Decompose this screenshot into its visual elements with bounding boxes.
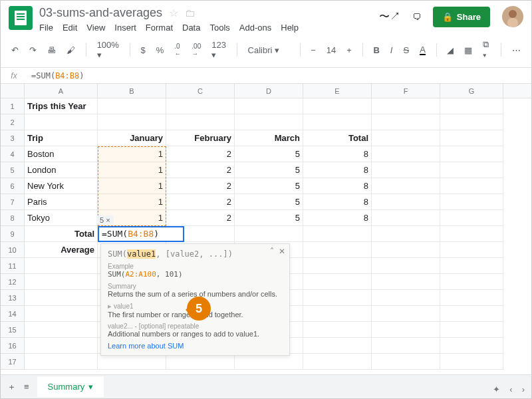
cell-E9[interactable] [303,226,372,242]
cell-A15[interactable] [25,322,98,338]
cell-E7[interactable]: 8 [303,194,372,210]
cell-E14[interactable] [303,306,372,322]
cell-D4[interactable]: 5 [235,146,303,162]
print-icon[interactable]: 🖶 [45,43,59,58]
cell-G5[interactable] [440,162,503,178]
menu-tools[interactable]: Tools [209,23,229,33]
borders-icon[interactable]: ▦ [462,43,475,58]
col-header-F[interactable]: F [372,84,440,98]
cell-C3[interactable]: February [166,130,235,146]
cell-F16[interactable] [372,338,440,354]
cell-E6[interactable]: 8 [303,178,372,194]
share-button[interactable]: 🔒 Share [433,7,490,27]
row-header-4[interactable]: 4 [1,146,25,162]
cell-F14[interactable] [372,306,440,322]
cell-G16[interactable] [440,338,503,354]
font-family-dropdown[interactable]: Calibri ▾ [245,43,292,58]
row-header-11[interactable]: 11 [1,258,25,274]
row-header-17[interactable]: 17 [1,354,25,370]
cell-F3[interactable] [372,130,440,146]
cell-B7[interactable]: 1 [98,194,166,210]
cell-G17[interactable] [440,354,503,370]
cell-F10[interactable] [372,242,440,258]
row-header-1[interactable]: 1 [1,98,25,114]
cell-F5[interactable] [372,162,440,178]
cell-C6[interactable]: 2 [166,178,235,194]
menu-data[interactable]: Data [182,23,200,33]
scroll-left-icon[interactable]: ‹ [509,384,512,394]
cell-A16[interactable] [25,338,98,354]
cell-A9[interactable]: Total [25,226,98,242]
cell-C5[interactable]: 2 [166,162,235,178]
undo-icon[interactable]: ↶ [9,43,21,58]
cell-A14[interactable] [25,306,98,322]
cell-G6[interactable] [440,178,503,194]
row-header-13[interactable]: 13 [1,290,25,306]
cell-D17[interactable] [235,354,303,370]
cell-D6[interactable]: 5 [235,178,303,194]
avatar[interactable] [502,6,523,27]
cell-F9[interactable] [372,226,440,242]
cell-E2[interactable] [303,114,372,130]
cell-F8[interactable] [372,210,440,226]
cell-G2[interactable] [440,114,503,130]
cell-D2[interactable] [235,114,303,130]
doc-title[interactable]: 03-sums-and-averages [39,6,162,20]
cell-A5[interactable]: London [25,162,98,178]
cell-E13[interactable] [303,290,372,306]
cell-D7[interactable]: 5 [235,194,303,210]
cell-A13[interactable] [25,290,98,306]
cell-C17[interactable] [166,354,235,370]
cell-A3[interactable]: Trip [25,130,98,146]
strike-button[interactable]: S [400,43,412,58]
cell-B3[interactable]: January [98,130,166,146]
cell-B6[interactable]: 1 [98,178,166,194]
cell-G7[interactable] [440,194,503,210]
col-header-E[interactable]: E [303,84,372,98]
menu-edit[interactable]: Edit [63,23,77,33]
format-currency[interactable]: $ [138,43,148,58]
cell-B4[interactable]: 1 [98,146,166,162]
all-sheets-icon[interactable]: ≡ [24,382,29,392]
redo-icon[interactable]: ↷ [27,43,39,58]
cell-A2[interactable] [25,114,98,130]
folder-icon[interactable]: 🗀 [185,7,196,19]
cell-C2[interactable] [166,114,235,130]
merge-icon[interactable]: ⧉ ▾ [480,37,493,63]
learn-more-link[interactable]: Learn more about SUM [108,342,184,350]
cell-E12[interactable] [303,274,372,290]
cell-D8[interactable]: 5 [235,210,303,226]
cell-F13[interactable] [372,290,440,306]
tab-menu-icon[interactable]: ▾ [88,382,93,392]
fill-color-icon[interactable]: ◢ [444,43,456,58]
cell-C4[interactable]: 2 [166,146,235,162]
zoom-dropdown[interactable]: 100% ▾ [94,37,122,63]
cell-G11[interactable] [440,258,503,274]
font-size-dec[interactable]: − [308,43,319,58]
cell-E8[interactable]: 8 [303,210,372,226]
dec-increase[interactable]: .00→ [189,40,203,60]
italic-button[interactable]: I [388,43,396,58]
menu-view[interactable]: View [86,23,105,33]
cell-G15[interactable] [440,322,503,338]
cell-G9[interactable] [440,226,503,242]
col-header-B[interactable]: B [98,84,166,98]
row-header-6[interactable]: 6 [1,178,25,194]
cell-E11[interactable] [303,258,372,274]
row-header-8[interactable]: 8 [1,210,25,226]
row-header-5[interactable]: 5 [1,162,25,178]
formula-input[interactable]: =SUM(B4:B8) [27,71,531,80]
cell-C1[interactable] [166,98,235,114]
cell-F15[interactable] [372,322,440,338]
row-header-10[interactable]: 10 [1,242,25,258]
sheet-tab-summary[interactable]: Summary ▾ [37,376,104,397]
paint-format-icon[interactable]: 🖌 [64,43,78,58]
row-header-7[interactable]: 7 [1,194,25,210]
menu-help[interactable]: Help [281,23,299,33]
explore-icon[interactable]: 〜↗ [379,10,400,24]
cell-A7[interactable]: Paris [25,194,98,210]
cell-G12[interactable] [440,274,503,290]
cell-F17[interactable] [372,354,440,370]
collapse-icon[interactable]: ˄ [270,247,274,256]
dec-decrease[interactable]: .0← [172,40,184,60]
